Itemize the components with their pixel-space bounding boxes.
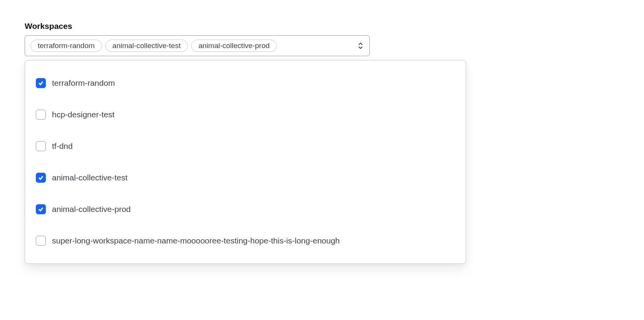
option-label: animal-collective-test xyxy=(52,173,127,182)
updown-caret-icon xyxy=(357,41,364,50)
option-hcp-designer-test[interactable]: hcp-designer-test xyxy=(25,99,466,130)
selected-tag[interactable]: terraform-random xyxy=(30,40,102,52)
field-label: Workspaces xyxy=(25,22,619,31)
option-label: animal-collective-prod xyxy=(52,205,131,214)
option-super-long-workspace-name[interactable]: super-long-workspace-name-name-moooooree… xyxy=(25,225,466,257)
option-animal-collective-test[interactable]: animal-collective-test xyxy=(25,162,466,193)
workspaces-combobox-trigger[interactable]: terraform-random animal-collective-test … xyxy=(25,35,370,56)
checkbox-unchecked-icon xyxy=(36,110,46,120)
option-label: terraform-random xyxy=(52,78,115,88)
checkbox-unchecked-icon xyxy=(36,236,46,246)
checkbox-checked-icon xyxy=(36,173,46,183)
workspaces-dropdown: terraform-random hcp-designer-test tf-dn… xyxy=(25,60,466,264)
option-animal-collective-prod[interactable]: animal-collective-prod xyxy=(25,193,466,225)
selected-tag[interactable]: animal-collective-prod xyxy=(191,40,277,52)
checkbox-checked-icon xyxy=(36,78,46,88)
selected-tag[interactable]: animal-collective-test xyxy=(105,40,188,52)
checkbox-unchecked-icon xyxy=(36,141,46,151)
option-terraform-random[interactable]: terraform-random xyxy=(25,67,466,99)
checkbox-checked-icon xyxy=(36,204,46,214)
option-label: super-long-workspace-name-name-moooooree… xyxy=(52,236,340,245)
option-label: hcp-designer-test xyxy=(52,110,114,119)
option-tf-dnd[interactable]: tf-dnd xyxy=(25,130,466,162)
option-label: tf-dnd xyxy=(52,142,73,151)
selected-tags-container: terraform-random animal-collective-test … xyxy=(30,40,352,52)
